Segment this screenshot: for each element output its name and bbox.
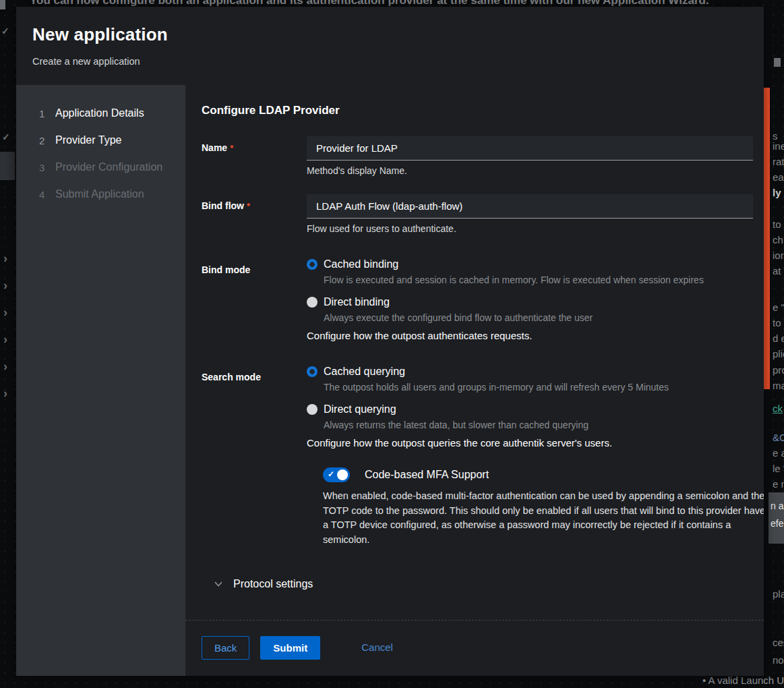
radio-label[interactable]: Cached binding xyxy=(324,258,398,270)
radio-label[interactable]: Direct querying xyxy=(324,403,396,415)
chevron-down-icon xyxy=(214,581,222,587)
bg-text-fragment: ma xyxy=(773,380,784,391)
radio-unselected-icon[interactable] xyxy=(307,297,318,308)
back-button[interactable]: Back xyxy=(202,636,249,660)
chevron-right-icon: › xyxy=(3,389,7,398)
step-provider-type[interactable]: 2 Provider Type xyxy=(16,127,185,154)
new-application-modal: New application Create a new application… xyxy=(16,7,764,676)
bind-mode-label: Bind mode xyxy=(202,258,307,341)
bind-mode-direct-help: Always execute the configured bind flow … xyxy=(324,312,753,323)
step-application-details[interactable]: 1 Application Details xyxy=(16,100,185,127)
search-mode-label: Search mode xyxy=(202,366,307,449)
radio-selected-icon[interactable] xyxy=(307,259,318,270)
modal-header: New application Create a new application xyxy=(16,7,764,85)
radio-label[interactable]: Direct binding xyxy=(324,296,390,308)
search-mode-cached-help: The outpost holds all users and groups i… xyxy=(324,382,753,393)
search-mode-note: Configure how the outpost queries the co… xyxy=(307,437,753,449)
step-provider-configuration: 3 Provider Configuration xyxy=(16,154,185,181)
step-label: Provider Type xyxy=(55,134,121,146)
name-label: Name* xyxy=(202,136,307,176)
step-number: 2 xyxy=(39,135,55,146)
bg-text-fragment: ion xyxy=(773,250,784,261)
modal-subtitle: Create a new application xyxy=(32,56,748,67)
search-mode-direct-option[interactable]: Direct querying xyxy=(307,403,753,415)
required-asterisk: * xyxy=(230,143,233,153)
mfa-toggle[interactable]: ✓ xyxy=(323,467,350,482)
name-input[interactable] xyxy=(307,136,753,161)
bg-text-fragment: &C xyxy=(773,432,784,443)
bg-text-fragment: ces xyxy=(773,637,784,648)
bg-text-fragment: pla xyxy=(773,588,784,600)
bg-text-fragment: n a xyxy=(771,500,783,511)
wizard-steps: 1 Application Details 2 Provider Type 3 … xyxy=(16,85,185,676)
radio-selected-icon[interactable] xyxy=(307,366,318,377)
bg-text-fragment: ch xyxy=(773,234,783,246)
radio-unselected-icon[interactable] xyxy=(307,404,318,415)
bg-text-fragment: ea xyxy=(773,171,784,183)
bind-flow-row: Bind flow* Flow used for users to authen… xyxy=(202,194,753,234)
toggle-knob xyxy=(337,469,348,480)
bg-text-fragment: plic xyxy=(773,348,784,360)
bg-text-fragment: to xyxy=(773,219,781,230)
name-row: Name* Method's display Name. xyxy=(202,136,753,176)
check-icon: ✓ xyxy=(1,26,9,36)
search-mode-row: Search mode Cached querying The outpost … xyxy=(202,366,753,449)
wizard-footer: Back Submit Cancel xyxy=(185,620,764,676)
chevron-right-icon: › xyxy=(3,362,7,371)
provider-form: Configure LDAP Provider Name* Method's d… xyxy=(185,85,764,676)
bg-text-fragment: rat xyxy=(773,156,784,167)
bg-text-fragment: efe xyxy=(771,518,783,529)
step-label: Provider Configuration xyxy=(55,161,162,173)
step-label: Application Details xyxy=(55,107,144,119)
bg-text-fragment: e n xyxy=(773,478,784,490)
bind-mode-row: Bind mode Cached binding Flow is execute… xyxy=(202,258,753,341)
bg-highlight-box: n a efe xyxy=(768,492,784,544)
modal-title: New application xyxy=(32,24,748,45)
search-mode-direct-help: Always returns the latest data, but slow… xyxy=(324,420,753,430)
mfa-label: Code-based MFA Support xyxy=(365,469,489,481)
bg-right-fragments: sineratealy atochionate "ctod eplicproma… xyxy=(772,0,784,688)
bg-text-fragment: pro xyxy=(773,364,784,376)
bind-flow-select[interactable] xyxy=(307,194,753,219)
name-help: Method's display Name. xyxy=(307,165,753,176)
submit-button[interactable]: Submit xyxy=(260,636,320,660)
search-mode-cached-option[interactable]: Cached querying xyxy=(307,366,753,378)
mfa-help: When enabled, code-based multi-factor au… xyxy=(323,489,764,547)
chevron-right-icon: › xyxy=(3,254,7,263)
version-highlight-bar xyxy=(764,88,770,389)
bind-mode-direct-option[interactable]: Direct binding xyxy=(307,296,753,308)
app-screen: You can now configure both an applicatio… xyxy=(0,0,784,688)
form-heading: Configure LDAP Provider xyxy=(202,104,753,117)
bg-text-fragment: ck xyxy=(773,403,783,414)
protocol-settings-label: Protocol settings xyxy=(233,578,313,590)
radio-label[interactable]: Cached querying xyxy=(324,366,405,378)
bg-text-fragment: e a xyxy=(773,447,784,459)
bind-mode-cached-help: Flow is executed and session is cached i… xyxy=(324,275,753,285)
bg-text-fragment: to xyxy=(773,317,781,328)
chevron-right-icon: › xyxy=(3,335,7,344)
sidebar-active-item-edge xyxy=(0,152,15,180)
bg-text-fragment: e "c xyxy=(773,302,784,313)
check-icon: ✓ xyxy=(2,132,10,142)
chevron-right-icon: › xyxy=(3,308,7,317)
required-asterisk: * xyxy=(247,201,250,211)
step-number: 3 xyxy=(39,162,55,173)
step-number: 1 xyxy=(39,108,55,119)
bind-mode-note: Configure how the outpost authenticates … xyxy=(307,330,753,341)
bg-text-fragment: ine xyxy=(773,140,784,152)
step-label: Submit Application xyxy=(55,188,144,200)
protocol-settings-header[interactable]: Protocol settings xyxy=(214,578,753,590)
bg-text-fragment: at xyxy=(773,265,781,277)
bg-corner-block xyxy=(0,0,5,9)
bg-text-fragment: le ' xyxy=(773,463,784,474)
bg-bullet-text: • A valid Launch URL xyxy=(702,675,784,686)
cancel-button[interactable]: Cancel xyxy=(361,636,393,658)
bg-text-fragment: d e xyxy=(773,333,784,344)
bind-mode-cached-option[interactable]: Cached binding xyxy=(307,258,753,270)
check-icon: ✓ xyxy=(328,469,334,479)
mfa-section: ✓ Code-based MFA Support When enabled, c… xyxy=(202,467,753,547)
bg-text-fragment: ly a xyxy=(773,187,784,198)
step-submit-application: 4 Submit Application xyxy=(16,181,185,208)
bg-text-fragment: no xyxy=(773,654,784,666)
bind-flow-help: Flow used for users to authenticate. xyxy=(307,223,753,234)
